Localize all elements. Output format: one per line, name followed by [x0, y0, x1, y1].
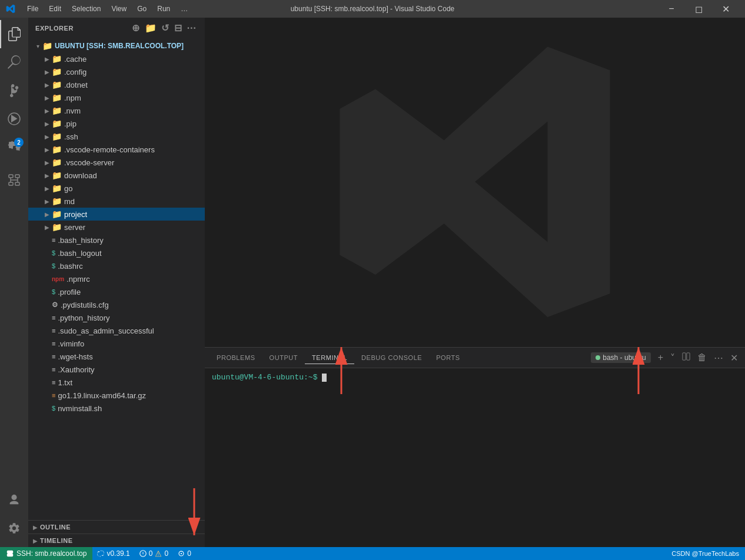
tab-problems[interactable]: PROBLEMS — [209, 352, 262, 364]
menu-go[interactable]: Go — [132, 4, 151, 14]
activity-settings[interactable] — [0, 514, 28, 542]
folder-vscode-server[interactable]: ▶ 📁 .vscode-server — [28, 156, 205, 169]
svg-rect-4 — [15, 182, 19, 185]
folder-pip[interactable]: ▶ 📁 .pip — [28, 117, 205, 130]
tab-debug-console[interactable]: DEBUG CONSOLE — [354, 352, 429, 364]
titlebar-menu: File Edit Selection View Go Run … — [22, 4, 192, 14]
folder-cache-arrow: ▶ — [42, 56, 52, 62]
file-go-tar[interactable]: ▶ ≡ go1.19.linux-amd64.tar.gz — [28, 389, 205, 402]
file-1txt[interactable]: ▶ ≡ 1.txt — [28, 376, 205, 389]
file-tree: ▾ 📁 UBUNTU [SSH: SMB.REALCOOL.TOP] ▶ 📁 .… — [28, 38, 205, 520]
terminal-dropdown-button[interactable]: ˅ — [668, 351, 677, 365]
status-version[interactable]: v0.39.1 — [92, 547, 134, 560]
svg-rect-2 — [15, 175, 19, 178]
menu-edit[interactable]: Edit — [44, 4, 66, 14]
terminal-prompt: ubuntu@VM-4-6-ubuntu:~$ — [212, 373, 317, 382]
file-python-history[interactable]: ▶ ≡ .python_history — [28, 311, 205, 324]
folder-vscode-remote[interactable]: ▶ 📁 .vscode-remote-containers — [28, 143, 205, 156]
new-terminal-button[interactable]: + — [656, 351, 666, 364]
folder-nvm-icon: 📁 — [52, 106, 62, 115]
delete-terminal-button[interactable]: 🗑 — [695, 351, 709, 364]
terminal-content[interactable]: ubuntu@VM-4-6-ubuntu:~$ — [205, 368, 745, 547]
warning-icon — [155, 550, 162, 557]
activity-accounts[interactable] — [0, 486, 28, 514]
refresh-icon[interactable]: ↺ — [160, 21, 171, 35]
file-profile[interactable]: ▶ $ .profile — [28, 285, 205, 298]
status-version-text: v0.39.1 — [107, 549, 129, 558]
activity-extensions[interactable]: 2 — [0, 133, 28, 161]
status-ports[interactable]: 0 — [173, 547, 196, 560]
menu-more[interactable]: … — [176, 4, 192, 14]
collapse-icon[interactable]: ⊟ — [173, 21, 184, 35]
file-npmrc-icon: npm — [52, 276, 64, 282]
folder-server[interactable]: ▶ 📁 server — [28, 221, 205, 234]
status-ssh-item[interactable]: SSH: smb.realcool.top — [0, 547, 92, 560]
file-npmrc[interactable]: ▶ npm .npmrc — [28, 272, 205, 285]
tab-ports[interactable]: PORTS — [429, 352, 467, 364]
panel: PROBLEMS OUTPUT TERMINAL DEBUG CONSOLE P… — [205, 347, 745, 547]
menu-view[interactable]: View — [107, 4, 131, 14]
close-panel-button[interactable]: ✕ — [728, 351, 740, 365]
activity-source-control[interactable] — [0, 76, 28, 105]
file-pydistutils[interactable]: ▶ ⚙ .pydistutils.cfg — [28, 298, 205, 311]
folder-md-arrow: ▶ — [42, 198, 52, 205]
restore-button[interactable]: ◻ — [685, 0, 712, 18]
close-button[interactable]: ✕ — [712, 0, 739, 18]
outline-header[interactable]: ▶ OUTLINE — [28, 521, 205, 534]
file-bashrc[interactable]: ▶ $ .bashrc — [28, 259, 205, 272]
tab-output[interactable]: OUTPUT — [262, 352, 305, 364]
file-sudo[interactable]: ▶ ≡ .sudo_as_admin_successful — [28, 324, 205, 337]
folder-go[interactable]: ▶ 📁 go — [28, 182, 205, 195]
file-viminfo[interactable]: ▶ ≡ .viminfo — [28, 337, 205, 350]
timeline-header[interactable]: ▶ TIMELINE — [28, 534, 205, 547]
split-icon — [682, 352, 690, 361]
file-profile-icon: $ — [52, 288, 55, 295]
folder-project[interactable]: ▶ 📁 project — [28, 208, 205, 221]
folder-cache[interactable]: ▶ 📁 .cache — [28, 52, 205, 65]
gear-icon — [8, 522, 21, 535]
folder-cache-icon: 📁 — [52, 54, 62, 64]
folder-nvm[interactable]: ▶ 📁 .nvm — [28, 104, 205, 117]
root-folder[interactable]: ▾ 📁 UBUNTU [SSH: SMB.REALCOOL.TOP] — [28, 39, 205, 52]
status-csdn[interactable]: CSDN @TrueTechLabs — [666, 547, 745, 560]
window-controls: − ◻ ✕ — [658, 0, 739, 18]
activity-run[interactable] — [0, 105, 28, 133]
folder-download[interactable]: ▶ 📁 download — [28, 169, 205, 182]
menu-file[interactable]: File — [22, 4, 43, 14]
new-file-icon[interactable]: ⊕ — [131, 21, 141, 35]
terminal-cursor — [322, 374, 327, 382]
file-nvminstall[interactable]: ▶ $ nvminstall.sh — [28, 402, 205, 415]
file-bash-history[interactable]: ▶ ≡ .bash_history — [28, 234, 205, 246]
activity-search[interactable] — [0, 48, 28, 76]
menu-selection[interactable]: Selection — [67, 4, 105, 14]
folder-go-label: go — [64, 184, 72, 193]
remote-status-icon — [6, 549, 14, 558]
folder-ssh[interactable]: ▶ 📁 .ssh — [28, 130, 205, 143]
folder-md-label: md — [64, 197, 75, 206]
tab-terminal[interactable]: TERMINAL — [305, 352, 354, 364]
file-wget-hsts[interactable]: ▶ ≡ .wget-hsts — [28, 350, 205, 363]
file-bash-logout[interactable]: ▶ $ .bash_logout — [28, 246, 205, 259]
minimize-button[interactable]: − — [658, 0, 685, 18]
more-actions-icon[interactable]: ⋯ — [185, 21, 198, 35]
new-folder-icon[interactable]: 📁 — [144, 21, 158, 35]
search-icon — [7, 55, 21, 69]
bash-terminal-label[interactable]: bash - ubuntu — [591, 352, 650, 363]
file-xauthority[interactable]: ▶ ≡ .Xauthority — [28, 363, 205, 376]
folder-dotnet[interactable]: ▶ 📁 .dotnet — [28, 78, 205, 91]
folder-nvm-arrow: ▶ — [42, 108, 52, 114]
menu-run[interactable]: Run — [152, 4, 175, 14]
folder-npm[interactable]: ▶ 📁 .npm — [28, 91, 205, 104]
ports-icon — [178, 550, 185, 557]
folder-cache-label: .cache — [64, 55, 87, 64]
outline-arrow: ▶ — [33, 524, 38, 531]
titlebar: File Edit Selection View Go Run … ubuntu… — [0, 0, 745, 18]
more-terminal-button[interactable]: ⋯ — [711, 351, 726, 365]
activity-explorer[interactable] — [0, 20, 28, 48]
folder-ssh-arrow: ▶ — [42, 134, 52, 140]
status-errors[interactable]: 0 0 — [135, 547, 173, 560]
activity-remote[interactable] — [0, 166, 28, 194]
folder-md[interactable]: ▶ 📁 md — [28, 195, 205, 208]
split-terminal-button[interactable] — [680, 351, 693, 364]
folder-config[interactable]: ▶ 📁 .config — [28, 65, 205, 78]
